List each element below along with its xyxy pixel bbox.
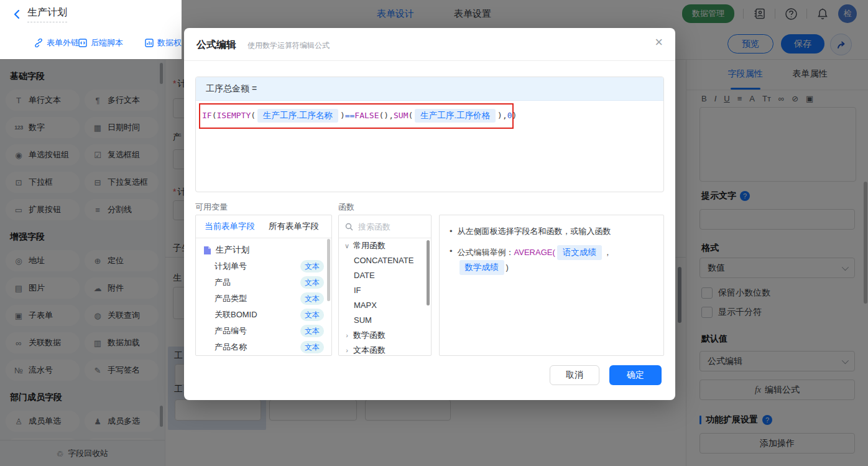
caret-right-icon: ›	[344, 332, 350, 339]
field-token[interactable]: 数学成绩	[459, 260, 504, 275]
formula-segment: (	[408, 111, 413, 120]
variable-row[interactable]: 产品名称文本	[196, 339, 331, 355]
toolbar-link-data-permission[interactable]: 数据权	[145, 37, 182, 49]
script-icon	[78, 39, 87, 47]
modal-header: 公式编辑 使用数学运算符编辑公式 ×	[184, 28, 675, 61]
function-search-input[interactable]	[357, 221, 422, 232]
function-item[interactable]: SUM	[339, 313, 431, 328]
form-doc-icon	[203, 246, 211, 255]
variables-panel: 当前表单字段所有表单字段 生产计划 计划单号文本产品文本产品类型文本关联BOMI…	[195, 215, 332, 356]
variable-type-badge: 文本	[300, 341, 324, 353]
functions-label: 函数	[338, 202, 354, 213]
modal-title: 公式编辑	[196, 39, 236, 52]
variable-type-badge: 文本	[300, 276, 324, 289]
formula-segment: ISEMPTY	[216, 111, 251, 120]
variable-name: 关联BOMID	[215, 309, 257, 320]
formula-segment: SUM	[394, 111, 408, 120]
modal-subtitle: 使用数学运算符编辑公式	[247, 40, 330, 51]
function-group[interactable]: ∨常用函数	[339, 238, 431, 253]
function-search-box	[339, 215, 431, 238]
caret-down-icon: ∨	[344, 242, 350, 250]
formula-help-panel: • 从左侧面板选择字段名和函数，或输入函数 • 公式编辑举例：AVERAGE(语…	[439, 215, 664, 356]
formula-segment: ==	[345, 111, 355, 120]
variable-name: 产品	[215, 277, 231, 288]
formula-segment: )	[512, 111, 517, 120]
function-item[interactable]: CONCATENATE	[339, 253, 431, 268]
variable-type-badge: 文本	[300, 325, 324, 337]
formula-segment: FALSE	[354, 111, 379, 120]
formula-segment: ),	[497, 111, 507, 120]
formula-segment: (),	[379, 111, 394, 120]
variable-row[interactable]: 产品编号文本	[196, 323, 331, 339]
confirm-button[interactable]: 确定	[609, 365, 662, 385]
function-group[interactable]: ›文本函数	[339, 343, 431, 356]
formula-segment: )	[506, 263, 509, 272]
variables-rows: 计划单号文本产品文本产品类型文本关联BOMID文本产品编号文本产品名称文本	[196, 258, 331, 355]
formula-example: 公式编辑举例：AVERAGE(语文成绩，数学成绩)	[458, 245, 653, 275]
variables-tabs: 当前表单字段所有表单字段	[196, 215, 331, 238]
formula-segment: IF	[202, 111, 212, 120]
formula-segment: 0	[507, 111, 512, 120]
function-group[interactable]: ›数学函数	[339, 328, 431, 343]
data-permission-icon	[145, 39, 154, 47]
field-token[interactable]: 生产工序.工序价格	[415, 109, 496, 123]
formula-segment: AVERAGE(	[514, 248, 555, 257]
function-group-label: 数学函数	[353, 330, 386, 341]
variable-row[interactable]: 计划单号文本	[196, 258, 331, 274]
caret-right-icon: ›	[344, 347, 350, 354]
variables-scrollbar-thumb[interactable]	[327, 239, 330, 301]
variable-type-badge: 文本	[300, 260, 324, 273]
function-item[interactable]: MAPX	[339, 298, 431, 313]
variable-type-badge: 文本	[300, 292, 324, 305]
variable-name: 产品编号	[215, 325, 247, 337]
field-token[interactable]: 生产工序.工序名称	[257, 109, 338, 123]
close-icon[interactable]: ×	[655, 35, 663, 49]
formula-editor-box[interactable]: 工序总金额 = IF(ISEMPTY(生产工序.工序名称)==FALSE(),S…	[195, 77, 664, 192]
function-item[interactable]: DATE	[339, 268, 431, 283]
formula-segment: (	[251, 111, 256, 120]
variables-root-label: 生产计划	[216, 245, 249, 256]
help-tip-1: • 从左侧面板选择字段名和函数，或输入函数	[450, 225, 653, 238]
field-token[interactable]: 语文成绩	[557, 245, 602, 260]
functions-scrollbar-thumb[interactable]	[427, 240, 430, 305]
variable-name: 计划单号	[215, 261, 247, 272]
variables-tree-root[interactable]: 生产计划	[196, 238, 331, 258]
toolbar-link-form-external[interactable]: 表单外链	[34, 37, 79, 49]
variable-name: 产品名称	[215, 342, 247, 353]
functions-tree: ∨常用函数CONCATENATEDATEIFMAPXSUM›数学函数›文本函数	[339, 238, 431, 356]
variable-row[interactable]: 产品文本	[196, 274, 331, 291]
formula-segment: ，	[604, 248, 612, 257]
variable-row[interactable]: 关联BOMID文本	[196, 307, 331, 323]
formula-target: 工序总金额 =	[196, 77, 663, 101]
toolbar-link-label: 数据权	[157, 37, 182, 49]
variables-label: 可用变量	[195, 202, 228, 213]
variable-type-badge: 文本	[300, 309, 324, 321]
help-tip-2: • 公式编辑举例：AVERAGE(语文成绩，数学成绩)	[450, 245, 653, 275]
function-item[interactable]: IF	[339, 283, 431, 298]
formula-editor-modal: 公式编辑 使用数学运算符编辑公式 × 工序总金额 = IF(ISEMPTY(生产…	[184, 28, 675, 400]
toolbar-link-label: 后端脚本	[91, 37, 123, 49]
cancel-button[interactable]: 取消	[550, 365, 599, 385]
function-group-label: 常用函数	[353, 240, 386, 251]
external-link-icon	[34, 39, 43, 47]
toolbar-link-backend-script[interactable]: 后端脚本	[78, 37, 123, 49]
functions-panel: ∨常用函数CONCATENATEDATEIFMAPXSUM›数学函数›文本函数	[338, 215, 432, 356]
formula-expression[interactable]: IF(ISEMPTY(生产工序.工序名称)==FALSE(),SUM(生产工序.…	[196, 101, 663, 131]
function-group-label: 文本函数	[353, 345, 386, 356]
formula-segment: 公式编辑举例：	[458, 248, 514, 257]
variables-tab[interactable]: 当前表单字段	[205, 221, 255, 232]
variable-name: 产品类型	[215, 293, 247, 304]
formula-segment: )	[340, 111, 345, 120]
app-root: 生产计划 表单设计表单设置 数据管理 检 表单外链 后端脚本	[0, 0, 868, 466]
variables-tab[interactable]: 所有表单字段	[269, 221, 319, 232]
toolbar-link-label: 表单外链	[47, 37, 79, 49]
variable-row[interactable]: 产品类型文本	[196, 291, 331, 307]
modal-footer: 取消 确定	[550, 365, 662, 385]
search-icon	[345, 223, 353, 231]
